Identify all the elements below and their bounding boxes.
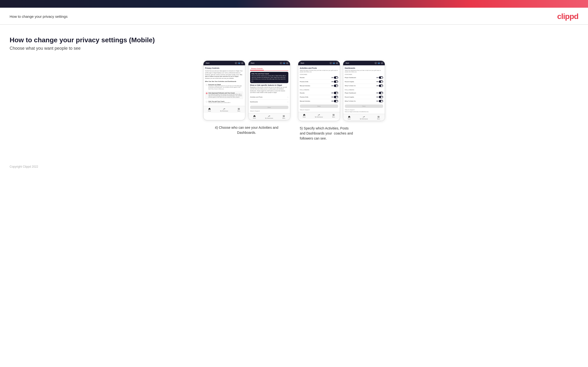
footer-performance-label-4: My Performance: [360, 118, 368, 120]
phone-footer-3: Home My Performance Menu: [298, 112, 340, 119]
footer-menu-1[interactable]: Menu: [237, 107, 240, 112]
footer-home-3[interactable]: Home: [303, 113, 306, 118]
toggle-switch-coaches-drills[interactable]: [334, 80, 338, 83]
radio-content-approved: Only Approved Followers and Your Coach O…: [208, 92, 243, 98]
toggle-switch-followers-rounds[interactable]: [334, 92, 338, 94]
performance-icon-1: [223, 107, 225, 110]
toggle-switch-followers-round-insights[interactable]: [379, 96, 383, 98]
people-icon-3[interactable]: 👥: [333, 62, 335, 64]
phone-body-4: Dashboards Select the dashboards that yo…: [343, 65, 385, 112]
home-icon-4: [348, 115, 351, 118]
toggle-switch-followers-manual[interactable]: [334, 100, 338, 102]
settings-icon-3[interactable]: ⚙: [336, 62, 338, 64]
toggle-switch-followers-drills[interactable]: [334, 96, 338, 98]
back-chevron-2: ‹: [250, 62, 251, 64]
toggle-switch-coaches-round-insights[interactable]: [379, 80, 383, 83]
help-label-3: Help & Support: [300, 109, 338, 110]
header-title: How to change your privacy settings: [10, 14, 68, 18]
footer-home-2[interactable]: Home: [253, 115, 256, 119]
toggle-wrapper-followers-rounds: ON: [331, 92, 338, 94]
settings-icon-1[interactable]: ⚙: [241, 62, 243, 64]
header-icons-1: ⚲ 👥 ⚙: [235, 62, 243, 64]
menu-row-dashboards[interactable]: Dashboards ›: [250, 100, 288, 104]
header: How to change your privacy settings clip…: [0, 8, 588, 25]
on-label-c-drills: ON: [331, 81, 333, 82]
body-text-1: Control how you and your data appears to…: [205, 70, 243, 80]
performance-icon-4: [363, 115, 365, 118]
save-button-3[interactable]: Save: [300, 104, 338, 108]
radio-content-only-you: Only You and Your Coach Only you and the…: [208, 101, 231, 103]
footer-performance-3[interactable]: My Performance: [315, 113, 323, 118]
toggle-label-followers-rounds: Rounds: [300, 92, 305, 94]
footer-performance-2[interactable]: My Performance: [265, 115, 273, 119]
dash-sub-4: Select the dashboards that you'd like to…: [345, 70, 383, 73]
toggle-coaches-manual: Manual Activities ON: [300, 84, 338, 88]
back-chevron-1: ‹: [205, 62, 206, 64]
toggle-switch-coaches-manual[interactable]: [334, 84, 338, 87]
help-text-4: Visit our Clippd community to troublesho…: [345, 111, 383, 112]
footer-home-label-4: Home: [348, 118, 351, 120]
page-subheading: Choose what you want people to see: [10, 46, 578, 51]
people-icon-2[interactable]: 👥: [283, 62, 285, 64]
dash-title-4: Dashboards: [345, 67, 383, 69]
on-label-f-drills: ON: [331, 96, 333, 98]
settings-icon-4[interactable]: ⚙: [381, 62, 383, 64]
phone-header-2: ‹ Back ⚲ 👥 ⚙: [248, 61, 290, 65]
menu-row-activities[interactable]: Activities and Posts ›: [250, 95, 288, 100]
header-icons-2: ⚲ 👥 ⚙: [280, 62, 288, 64]
radio-only-you[interactable]: Only You and Your Coach Only you and the…: [205, 100, 243, 104]
footer-performance-4[interactable]: My Performance: [360, 115, 368, 120]
toggle-switch-coaches-player-dash[interactable]: [379, 76, 383, 79]
phone-body-1: Privacy Controls Control how you and you…: [203, 65, 245, 104]
radio-circle-everyone: [206, 84, 208, 86]
toggle-wrapper-followers-round-insights: ON: [376, 96, 383, 98]
toggle-followers-manual: Manual Activities ON: [300, 99, 338, 103]
on-label-f-pd: ON: [376, 92, 378, 94]
back-button-3[interactable]: ‹ Back: [300, 62, 304, 64]
performance-icon-3: [318, 113, 320, 116]
search-icon-2[interactable]: ⚲: [280, 62, 282, 64]
toggle-wrapper-coaches-player-dash: ON: [376, 76, 383, 79]
toggle-switch-coaches-rounds[interactable]: [334, 76, 338, 79]
footer-performance-label-1: My Performance: [220, 110, 228, 112]
radio-everyone[interactable]: Everyone on Clippd Everyone on Clippd ca…: [205, 83, 243, 91]
toggle-wrapper-coaches-rounds: ON: [331, 76, 338, 79]
save-button-2[interactable]: Save: [250, 106, 288, 109]
toggle-coaches-rounds: Rounds ON: [300, 76, 338, 80]
search-icon-4[interactable]: ⚲: [375, 62, 377, 64]
toggle-switch-followers-player-dash[interactable]: [379, 92, 383, 94]
footer-home-1[interactable]: Home: [208, 107, 211, 112]
toggle-followers-drills: Practice Drills ON: [300, 95, 338, 99]
radio-approved[interactable]: Only Approved Followers and Your Coach O…: [205, 91, 243, 99]
phone-footer-1: Home My Performance Menu: [203, 106, 245, 113]
tab-privacy-controls[interactable]: Privacy Controls: [250, 67, 264, 70]
footer-home-4[interactable]: Home: [348, 115, 351, 120]
footer-menu-2[interactable]: Menu: [282, 115, 285, 119]
search-icon-3[interactable]: ⚲: [330, 62, 332, 64]
toggle-wrapper-coaches-what-to-work: ON: [376, 84, 383, 87]
footer-menu-4[interactable]: Menu: [377, 115, 380, 120]
radio-desc-only-you: Only you and the coaches you connect wit…: [208, 102, 231, 103]
toggle-coaches-what-to-work: What To Work On ON: [345, 84, 383, 88]
phone-body-2: Privacy Controls Only You and Your Coach…: [248, 65, 290, 112]
toggle-wrapper-coaches-manual: ON: [331, 84, 338, 87]
back-button-4[interactable]: ‹ Back: [345, 62, 349, 64]
search-icon-1[interactable]: ⚲: [235, 62, 237, 64]
on-label-c-manual: ON: [331, 85, 333, 86]
people-icon-4[interactable]: 👥: [378, 62, 380, 64]
people-icon-1[interactable]: 👥: [238, 62, 240, 64]
toggle-label-coaches-what-to-work: What To Work On: [345, 85, 356, 86]
back-button-1[interactable]: ‹ Back: [205, 62, 210, 64]
back-button-2[interactable]: ‹ Back: [250, 62, 255, 64]
screenshot-pair-2: ‹ Back ⚲ 👥 ⚙ Activities and Posts Select…: [298, 60, 385, 121]
toggle-switch-followers-what-to-work[interactable]: [379, 100, 383, 102]
footer-performance-1[interactable]: My Performance: [220, 107, 228, 112]
footer-menu-3[interactable]: Menu: [332, 113, 335, 118]
save-button-4[interactable]: Save: [345, 104, 383, 108]
toggle-wrapper-followers-player-dash: ON: [376, 92, 383, 94]
radio-desc-everyone: Everyone on Clippd can search for you an…: [208, 85, 243, 90]
performance-icon-2: [268, 115, 270, 117]
settings-icon-2[interactable]: ⚙: [286, 62, 288, 64]
toggle-label-followers-player-dash: Player Dashboard: [345, 92, 356, 94]
toggle-switch-coaches-what-to-work[interactable]: [379, 84, 383, 87]
